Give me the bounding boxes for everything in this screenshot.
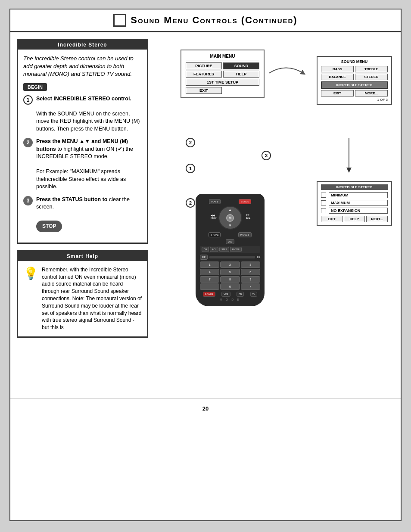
sound-menu-title: SOUND MENU: [321, 59, 388, 64]
incredible-stereo-section: Incredible Stereo The Incredible Stereo …: [17, 39, 148, 244]
page: Sound Menu Controls (Continued) Incredib…: [9, 9, 402, 521]
pip-indicator: 1/2: [257, 256, 260, 258]
remote-num4[interactable]: 4: [200, 269, 219, 275]
checkbox-minimum[interactable]: [321, 193, 326, 198]
main-menu-display: MAIN MENU PICTURE SOUND FEATURES HELP 1S…: [181, 50, 265, 98]
remote-ch4[interactable]: ENTER: [230, 247, 242, 252]
menu-btn-picture[interactable]: PICTURE: [186, 62, 222, 69]
spacer: [223, 87, 224, 94]
begin-button[interactable]: BEGIN: [23, 83, 142, 95]
sound-btn-treble[interactable]: TREBLE: [355, 66, 388, 72]
ff-label: FF▶▶: [246, 214, 251, 219]
remote-num3[interactable]: 3: [241, 261, 260, 268]
remote-num-dot[interactable]: •: [241, 283, 260, 290]
remote-play-btn[interactable]: PLAY▶: [209, 199, 220, 204]
remote-num5[interactable]: 5: [220, 269, 240, 275]
remote-num0[interactable]: 0: [220, 283, 240, 290]
step-3-circle: 3: [23, 196, 33, 205]
dpad-down[interactable]: ▼: [228, 224, 232, 227]
remote-stop-row: STOP ■ PAUSE ‖: [200, 232, 260, 237]
menu-btn-help[interactable]: HELP: [223, 71, 259, 78]
remote-tv-btn[interactable]: TV: [250, 292, 257, 297]
remote-num0-left[interactable]: [200, 283, 219, 290]
remote-num6[interactable]: 6: [241, 269, 260, 275]
menu-btn-sound[interactable]: SOUND: [223, 62, 259, 69]
curved-arrow-icon: [265, 60, 308, 86]
remote-ch3[interactable]: STEP: [219, 247, 229, 252]
step-1-text: Select INCREDIBLE STEREO control. With t…: [36, 95, 142, 133]
remote-channel-strip: CH ACL STEP ENTER: [200, 246, 260, 253]
remote-status-btn[interactable]: STATUS: [239, 199, 251, 204]
stop-button[interactable]: STOP: [36, 221, 62, 232]
smart-help-section: Smart Help 💡 Remember, with the Incredib…: [17, 250, 148, 338]
arrow-down-icon: [342, 136, 355, 174]
remote-mode-label: M O D E: [200, 298, 260, 301]
sound-btn-more[interactable]: MORE...: [355, 90, 388, 96]
remote-num9[interactable]: 9: [241, 276, 260, 283]
step-3-text: Press the STATUS button to clear the scr…: [36, 196, 142, 232]
remote-step3-badge: 3: [262, 151, 271, 160]
step-2-text: Press the MENU ▲▼ and MENU (M) buttons t…: [36, 138, 142, 191]
incredible-stereo-menu: INCREDIBLE STEREO MINIMUM MAXIMUM NO EXP…: [317, 181, 392, 226]
remote-ch1[interactable]: CH: [202, 247, 209, 252]
remote-bottom-row: POWER VCR ON TV: [200, 292, 260, 297]
sound-btn-incredible[interactable]: INCREDIBLE STEREO: [321, 81, 388, 89]
sound-menu-grid: BASS TREBLE BALANCE STEREO INCREDIBLE ST…: [321, 66, 388, 96]
remote-numpad: 1 2 3 4 5 6 7 8 9 0 •: [200, 261, 260, 290]
remote-pause-btn[interactable]: PAUSE ‖: [238, 232, 252, 237]
sound-btn-balance[interactable]: BALANCE: [321, 74, 354, 80]
menu-btn-1sttime[interactable]: 1ST TIME SETUP: [186, 79, 259, 86]
remote-num2[interactable]: 2: [220, 261, 240, 268]
inc-option-minimum: MINIMUM: [321, 192, 388, 198]
remote-dpad-area: ◀◀REW FF▶▶ M ▲ ▼: [200, 206, 260, 230]
main-menu-grid: PICTURE SOUND FEATURES HELP 1ST TIME SET…: [186, 62, 259, 94]
remote-vol-btn[interactable]: VOL: [226, 239, 234, 244]
remote-step2-badge-b: 2: [186, 198, 195, 208]
step-2-circle: 2: [23, 138, 33, 147]
remote-pip-btn[interactable]: PIP: [200, 255, 208, 260]
sound-btn-bass[interactable]: BASS: [321, 66, 354, 72]
step-3: 3 Press the STATUS button to clear the s…: [23, 196, 142, 232]
label-noexpansion: NO EXPANSION: [329, 208, 388, 214]
menu-btn-exit[interactable]: EXIT: [186, 87, 222, 94]
smart-help-inner: 💡 Remember, with the Incredible Stereo c…: [23, 266, 142, 331]
remote-top-row: PLAY▶ STATUS: [200, 199, 260, 204]
remote-vcr-btn[interactable]: VCR: [221, 292, 230, 297]
smart-help-text: Remember, with the Incredible Stereo con…: [42, 266, 142, 331]
remote-pip-row: PIP 1/2: [200, 255, 260, 260]
checkbox-noexpansion[interactable]: [321, 208, 326, 213]
dpad-m-label: M: [229, 216, 232, 220]
sound-btn-exit[interactable]: EXIT: [321, 90, 354, 96]
remote-power-btn[interactable]: POWER: [203, 292, 215, 297]
inc-next-button[interactable]: NEXT...: [366, 216, 388, 222]
menu-btn-features[interactable]: FEATURES: [186, 71, 222, 78]
remote-num8[interactable]: 8: [220, 276, 240, 283]
smart-help-header: Smart Help: [18, 252, 147, 261]
remote-on-btn[interactable]: ON: [237, 292, 244, 297]
remote-num1[interactable]: 1: [200, 261, 219, 268]
pip-slider: [209, 256, 255, 258]
step-3-title: Press the STATUS button to: [36, 196, 108, 202]
inc-option-maximum: MAXIMUM: [321, 200, 388, 206]
remote-step2-badge: 2: [186, 138, 195, 147]
inc-exit-button[interactable]: EXIT: [321, 216, 342, 222]
step-1-circle: 1: [23, 95, 33, 105]
incredible-stereo-header: Incredible Stereo: [18, 40, 147, 50]
sound-btn-stereo[interactable]: STEREO: [355, 74, 388, 80]
content-area: Incredible Stereo The Incredible Stereo …: [10, 32, 401, 390]
step-2: 2 Press the MENU ▲▼ and MENU (M) buttons…: [23, 138, 142, 191]
label-minimum: MINIMUM: [329, 192, 388, 198]
step-1: 1 Select INCREDIBLE STEREO control. With…: [23, 95, 142, 133]
dpad-up[interactable]: ▲: [228, 208, 232, 212]
inc-help-button[interactable]: HELP: [344, 216, 365, 222]
remote-stop-btn[interactable]: STOP ■: [209, 232, 221, 237]
step-1-detail: With the SOUND MENU on the screen, move …: [36, 111, 140, 132]
checkbox-maximum[interactable]: [321, 200, 326, 205]
dpad-center[interactable]: M: [226, 214, 234, 222]
inc-buttons-row: EXIT HELP NEXT...: [321, 216, 388, 222]
title-bar: Sound Menu Controls (Continued): [10, 9, 401, 32]
remote-num7[interactable]: 7: [200, 276, 219, 283]
sound-menu-box: SOUND MENU BASS TREBLE BALANCE STEREO IN…: [317, 56, 392, 105]
remote-ch2[interactable]: ACL: [210, 247, 218, 252]
dpad[interactable]: M ▲ ▼: [218, 206, 242, 230]
